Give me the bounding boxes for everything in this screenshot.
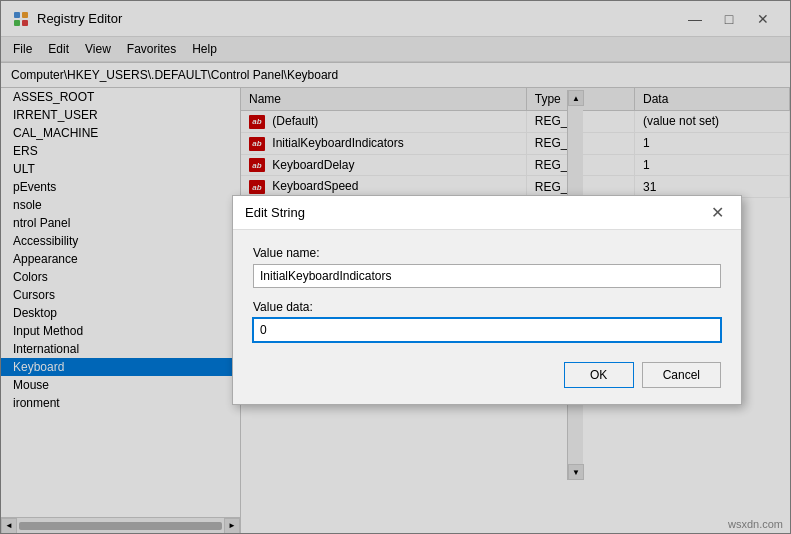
tree-item-ntrol-panel[interactable]: ntrol Panel [1, 214, 240, 232]
tree-item-ers[interactable]: ERS [1, 142, 240, 160]
tree-item-accessibility[interactable]: Accessibility [1, 232, 240, 250]
tree-item-nsole[interactable]: nsole [1, 196, 240, 214]
value-name-input[interactable] [253, 264, 721, 288]
edit-string-dialog: Edit String ✕ Value name: Value data: OK… [232, 195, 742, 405]
modal-buttons: OK Cancel [253, 362, 721, 388]
tree-item-cal-machine[interactable]: CAL_MACHINE [1, 124, 240, 142]
registry-table: Name Type Data ab (Default) REG_SZ (valu… [241, 88, 790, 198]
svg-rect-1 [22, 12, 28, 18]
tree-item-ult[interactable]: ULT [1, 160, 240, 178]
tree-item-desktop[interactable]: Desktop [1, 304, 240, 322]
table-row[interactable]: ab (Default) REG_SZ (value not set) [241, 111, 790, 133]
sidebar-hscroll[interactable]: ◄ ► [1, 517, 240, 533]
close-button[interactable]: ✕ [748, 9, 778, 29]
menu-favorites[interactable]: Favorites [119, 39, 184, 59]
modal-title: Edit String [245, 205, 305, 220]
type-icon-2: ab [249, 158, 265, 172]
tree-area[interactable]: ASSES_ROOT IRRENT_USER CAL_MACHINE ERS U… [1, 88, 240, 517]
col-name: Name [241, 88, 526, 111]
tree-item-pevents[interactable]: pEvents [1, 178, 240, 196]
sidebar: ASSES_ROOT IRRENT_USER CAL_MACHINE ERS U… [1, 88, 241, 533]
type-icon-3: ab [249, 180, 265, 194]
hscroll-thumb[interactable] [19, 522, 222, 530]
minimize-button[interactable]: — [680, 9, 710, 29]
cell-name-2: ab KeyboardDelay [241, 154, 526, 176]
tree-items: ASSES_ROOT IRRENT_USER CAL_MACHINE ERS U… [1, 88, 240, 412]
menu-view[interactable]: View [77, 39, 119, 59]
col-data: Data [635, 88, 790, 111]
window-title: Registry Editor [37, 11, 122, 26]
type-icon-1: ab [249, 137, 265, 151]
title-bar: Registry Editor — □ ✕ [1, 1, 790, 37]
ok-button[interactable]: OK [564, 362, 634, 388]
svg-rect-0 [14, 12, 20, 18]
tree-item-appearance[interactable]: Appearance [1, 250, 240, 268]
value-data-input[interactable] [253, 318, 721, 342]
table-row[interactable]: ab InitialKeyboardIndicators REG_SZ 1 [241, 132, 790, 154]
tree-item-input-method[interactable]: Input Method [1, 322, 240, 340]
cell-name-1: ab InitialKeyboardIndicators [241, 132, 526, 154]
cell-name: ab (Default) [241, 111, 526, 133]
type-icon-0: ab [249, 115, 265, 129]
tree-item-colors[interactable]: Colors [1, 268, 240, 286]
cell-data-1: 1 [635, 132, 790, 154]
svg-rect-2 [14, 20, 20, 26]
tree-item-irrent-user[interactable]: IRRENT_USER [1, 106, 240, 124]
tree-item-asses-root[interactable]: ASSES_ROOT [1, 88, 240, 106]
svg-rect-3 [22, 20, 28, 26]
modal-title-bar: Edit String ✕ [233, 196, 741, 230]
hscroll-left-arrow[interactable]: ◄ [1, 518, 17, 534]
menu-help[interactable]: Help [184, 39, 225, 59]
watermark: wsxdn.com [728, 518, 783, 530]
app-icon [13, 11, 29, 27]
tree-item-keyboard[interactable]: Keyboard [1, 358, 240, 376]
value-name-label: Value name: [253, 246, 721, 260]
tree-item-cursors[interactable]: Cursors [1, 286, 240, 304]
cell-data-2: 1 [635, 154, 790, 176]
title-bar-left: Registry Editor [13, 11, 122, 27]
cancel-button[interactable]: Cancel [642, 362, 721, 388]
menu-edit[interactable]: Edit [40, 39, 77, 59]
table-row[interactable]: ab KeyboardDelay REG_SZ 1 [241, 154, 790, 176]
address-bar: Computer\HKEY_USERS\.DEFAULT\Control Pan… [1, 62, 790, 88]
menu-bar: File Edit View Favorites Help [1, 37, 790, 62]
tree-item-international[interactable]: International [1, 340, 240, 358]
address-path: Computer\HKEY_USERS\.DEFAULT\Control Pan… [7, 67, 784, 83]
modal-body: Value name: Value data: OK Cancel [233, 230, 741, 404]
value-data-label: Value data: [253, 300, 721, 314]
hscroll-right-arrow[interactable]: ► [224, 518, 240, 534]
modal-close-button[interactable]: ✕ [705, 203, 729, 223]
tree-item-ironment[interactable]: ironment [1, 394, 240, 412]
menu-file[interactable]: File [5, 39, 40, 59]
maximize-button[interactable]: □ [714, 9, 744, 29]
tree-item-mouse[interactable]: Mouse [1, 376, 240, 394]
title-bar-controls: — □ ✕ [680, 9, 778, 29]
cell-data-0: (value not set) [635, 111, 790, 133]
